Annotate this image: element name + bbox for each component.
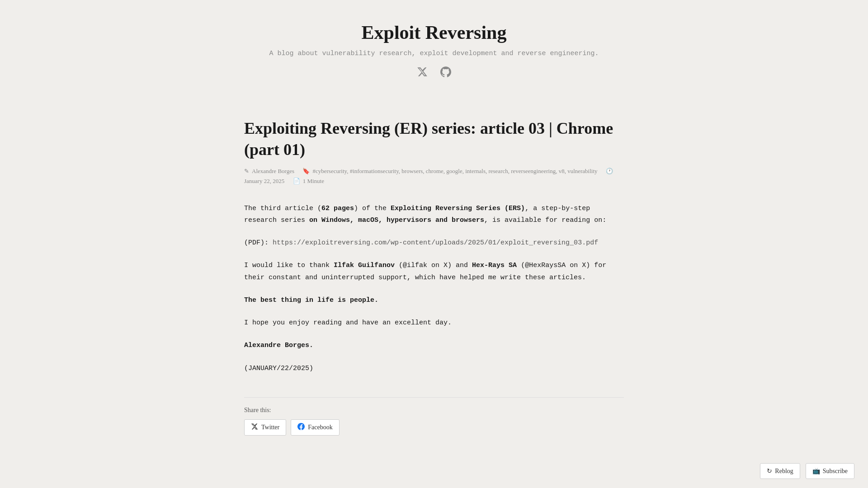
- pdf-link[interactable]: https://exploitreversing.com/wp-content/…: [273, 239, 598, 247]
- social-icons: [9, 66, 859, 77]
- twitter-link[interactable]: [417, 66, 428, 77]
- post-date: January 22, 2025: [244, 178, 284, 185]
- name-hexrays: Hex-Rays SA: [472, 262, 517, 269]
- site-tagline: A blog about vulnerability research, exp…: [9, 50, 859, 57]
- para-besthing: The best thing in life is people.: [244, 295, 624, 306]
- pages-count: 62 pages: [321, 205, 354, 212]
- subscribe-button[interactable]: 📺 Subscribe: [806, 463, 854, 479]
- tag-chrome[interactable]: chrome: [426, 168, 443, 174]
- share-label: Share this:: [244, 407, 624, 414]
- clock-icon: 🕐: [606, 168, 613, 175]
- reblog-button[interactable]: ↻ Reblog: [760, 463, 800, 479]
- author-link[interactable]: Alexandre Borges: [252, 168, 294, 175]
- tag-icon: 🔖: [302, 168, 310, 175]
- share-facebook-label: Facebook: [308, 424, 332, 431]
- para-thanks: I would like to thank Ilfak Guilfanov (@…: [244, 260, 624, 284]
- site-title: Exploit Reversing: [9, 22, 859, 43]
- reblog-label: Reblog: [775, 468, 793, 475]
- post-title: Exploiting Reversing (ER) series: articl…: [244, 118, 624, 160]
- post-body: The third article (62 pages) of the Expl…: [244, 203, 624, 375]
- reblog-icon: ↻: [767, 467, 772, 475]
- tags-list: #cybersecurity, #informationsecurity, br…: [312, 168, 597, 175]
- read-time: 1 Minute: [303, 178, 324, 185]
- tag-vulnerability[interactable]: vulnerability: [567, 168, 597, 174]
- time-icon: 📄: [293, 178, 300, 185]
- tag-google[interactable]: google: [446, 168, 462, 174]
- meta-separator-3: [287, 178, 290, 185]
- post-meta: ✎ Alexandre Borges 🔖 #cybersecurity, #in…: [244, 168, 624, 185]
- share-twitter-label: Twitter: [261, 424, 279, 431]
- tag-internals[interactable]: internals: [465, 168, 486, 174]
- main-content: Exploiting Reversing (ER) series: articl…: [226, 118, 642, 472]
- series-name: Exploiting Reversing Series (ERS): [391, 205, 525, 212]
- tag-v8[interactable]: v8: [559, 168, 565, 174]
- site-header: Exploit Reversing A blog about vulnerabi…: [0, 0, 868, 91]
- share-twitter-button[interactable]: Twitter: [244, 419, 286, 436]
- facebook-share-icon: [297, 423, 305, 432]
- platforms: on Windows, macOS, hypervisors and brows…: [309, 216, 484, 224]
- share-section: Share this: Twitter: [244, 397, 624, 436]
- tag-reverseengineering[interactable]: reverseengineering: [511, 168, 556, 174]
- share-buttons: Twitter Facebook: [244, 419, 624, 436]
- share-facebook-button[interactable]: Facebook: [291, 419, 339, 436]
- para-author: Alexandre Borges.: [244, 340, 624, 352]
- name-ilfak: Ilfak Guilfanov: [334, 262, 395, 269]
- best-thing-text: The best thing in life is people.: [244, 296, 378, 304]
- para-enjoy: I hope you enjoy reading and have an exc…: [244, 317, 624, 329]
- author-icon: ✎: [244, 168, 249, 175]
- para-1: The third article (62 pages) of the Expl…: [244, 203, 624, 227]
- tag-cybersecurity[interactable]: #cybersecurity: [312, 168, 347, 174]
- tag-research[interactable]: research: [488, 168, 508, 174]
- meta-separator-1: [297, 168, 300, 175]
- article: Exploiting Reversing (ER) series: articl…: [244, 118, 624, 436]
- subscribe-label: Subscribe: [823, 468, 848, 475]
- para-pdf: (PDF): https://exploitreversing.com/wp-c…: [244, 237, 624, 249]
- footer-actions: ↻ Reblog 📺 Subscribe: [760, 463, 854, 479]
- twitter-share-icon: [251, 423, 258, 432]
- subscribe-icon: 📺: [812, 467, 820, 475]
- para-date: (JANUARY/22/2025): [244, 363, 624, 375]
- tag-informationsecurity[interactable]: #informationsecurity: [350, 168, 399, 174]
- meta-separator-2: [600, 168, 604, 175]
- author-signature: Alexandre Borges.: [244, 342, 313, 349]
- tag-browsers[interactable]: browsers: [401, 168, 423, 174]
- github-link[interactable]: [440, 66, 451, 77]
